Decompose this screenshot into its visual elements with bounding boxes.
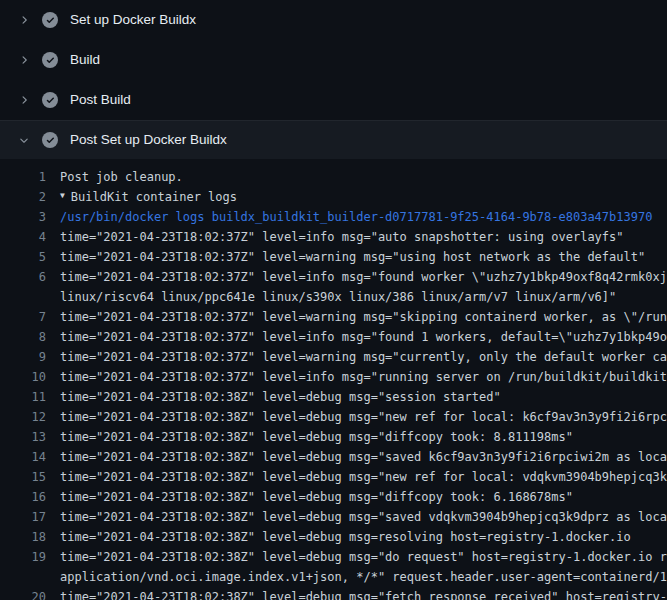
line-number[interactable]: 10 bbox=[0, 367, 46, 387]
step-name: Post Set up Docker Buildx bbox=[70, 132, 227, 148]
line-number[interactable]: 8 bbox=[0, 327, 46, 347]
log-line: 14 ▼ time="2021-04-23T18:02:38Z" level=d… bbox=[0, 447, 667, 467]
line-number[interactable] bbox=[0, 287, 46, 307]
log-line: 10 ▼ time="2021-04-23T18:02:37Z" level=i… bbox=[0, 367, 667, 387]
step-section-post-set-up-docker-buildx[interactable]: Post Set up Docker Buildx bbox=[0, 120, 667, 159]
step-list: Set up Docker Buildx Build Post Buil bbox=[0, 0, 667, 159]
line-number[interactable]: 17 bbox=[0, 507, 46, 527]
log-line-continuation: ▼ linux/riscv64 linux/ppc641e linux/s390… bbox=[0, 287, 667, 307]
line-text: linux/riscv64 linux/ppc641e linux/s390x … bbox=[46, 287, 616, 307]
line-text: time="2021-04-23T18:02:38Z" level=debug … bbox=[46, 407, 667, 427]
line-number[interactable]: 16 bbox=[0, 487, 46, 507]
line-text: time="2021-04-23T18:02:38Z" level=debug … bbox=[46, 487, 573, 507]
step-section-build[interactable]: Build bbox=[0, 40, 667, 80]
log-line-continuation: ▼ application/vnd.oci.image.index.v1+jso… bbox=[0, 567, 667, 587]
line-text: time="2021-04-23T18:02:38Z" level=debug … bbox=[46, 447, 667, 467]
log-line: 3 ▼ /usr/bin/docker logs buildx_buildkit… bbox=[0, 207, 667, 227]
line-number[interactable]: 11 bbox=[0, 387, 46, 407]
chevron-right-icon bbox=[16, 12, 32, 28]
step-log-body: 1 ▼ Post job cleanup. 2 ▼ BuildKit conta… bbox=[0, 159, 667, 600]
line-number[interactable]: 7 bbox=[0, 307, 46, 327]
line-text: time="2021-04-23T18:02:38Z" level=debug … bbox=[46, 507, 667, 527]
line-number[interactable]: 1 bbox=[0, 167, 46, 187]
log-line: 18 ▼ time="2021-04-23T18:02:38Z" level=d… bbox=[0, 527, 667, 547]
line-number[interactable]: 14 bbox=[0, 447, 46, 467]
line-text: application/vnd.oci.image.index.v1+json,… bbox=[46, 567, 667, 587]
line-number[interactable]: 2 bbox=[0, 187, 46, 207]
line-text: time="2021-04-23T18:02:38Z" level=debug … bbox=[46, 387, 501, 407]
line-text: time="2021-04-23T18:02:38Z" level=debug … bbox=[46, 467, 667, 487]
log-line: 5 ▼ time="2021-04-23T18:02:37Z" level=wa… bbox=[0, 247, 667, 267]
log-line: 1 ▼ Post job cleanup. bbox=[0, 167, 667, 187]
check-circle-icon bbox=[42, 132, 58, 148]
step-section-set-up-docker-buildx[interactable]: Set up Docker Buildx bbox=[0, 0, 667, 40]
line-text: time="2021-04-23T18:02:37Z" level=info m… bbox=[46, 227, 624, 247]
line-text: time="2021-04-23T18:02:37Z" level=warnin… bbox=[46, 307, 667, 327]
line-text: time="2021-04-23T18:02:38Z" level=debug … bbox=[46, 427, 573, 447]
line-text: time="2021-04-23T18:02:38Z" level=debug … bbox=[46, 547, 667, 567]
log-line: 2 ▼ BuildKit container logs bbox=[0, 187, 667, 207]
line-text: time="2021-04-23T18:02:37Z" level=info m… bbox=[46, 327, 667, 347]
log-line: 8 ▼ time="2021-04-23T18:02:37Z" level=in… bbox=[0, 327, 667, 347]
log-line: 6 ▼ time="2021-04-23T18:02:37Z" level=in… bbox=[0, 267, 667, 287]
log-line: 9 ▼ time="2021-04-23T18:02:37Z" level=wa… bbox=[0, 347, 667, 367]
line-text: time="2021-04-23T18:02:37Z" level=warnin… bbox=[46, 347, 667, 367]
log-line: 15 ▼ time="2021-04-23T18:02:38Z" level=d… bbox=[0, 467, 667, 487]
line-text: time="2021-04-23T18:02:37Z" level=info m… bbox=[46, 267, 667, 287]
step-section-post-build[interactable]: Post Build bbox=[0, 80, 667, 120]
line-number[interactable]: 20 bbox=[0, 587, 46, 600]
log-line: 7 ▼ time="2021-04-23T18:02:37Z" level=wa… bbox=[0, 307, 667, 327]
line-text: time="2021-04-23T18:02:38Z" level=debug … bbox=[46, 527, 631, 547]
log-line: 19 ▼ time="2021-04-23T18:02:38Z" level=d… bbox=[0, 547, 667, 567]
check-circle-icon bbox=[42, 12, 58, 28]
log-line: 20 ▼ time="2021-04-23T18:02:38Z" level=d… bbox=[0, 587, 667, 600]
line-text: time="2021-04-23T18:02:37Z" level=warnin… bbox=[46, 247, 645, 267]
check-circle-icon bbox=[42, 52, 58, 68]
chevron-right-icon bbox=[16, 132, 32, 148]
line-number[interactable]: 4 bbox=[0, 227, 46, 247]
line-number[interactable]: 3 bbox=[0, 207, 46, 227]
line-number[interactable] bbox=[0, 567, 46, 587]
line-number[interactable]: 12 bbox=[0, 407, 46, 427]
line-text: Post job cleanup. bbox=[46, 167, 183, 187]
chevron-right-icon bbox=[16, 52, 32, 68]
step-name: Build bbox=[70, 52, 100, 68]
log-line: 11 ▼ time="2021-04-23T18:02:38Z" level=d… bbox=[0, 387, 667, 407]
line-number[interactable]: 18 bbox=[0, 527, 46, 547]
triangle-down-icon[interactable]: ▼ bbox=[46, 187, 65, 206]
line-number[interactable]: 6 bbox=[0, 267, 46, 287]
job-log-viewer: Set up Docker Buildx Build Post Buil bbox=[0, 0, 667, 600]
log-line: 13 ▼ time="2021-04-23T18:02:38Z" level=d… bbox=[0, 427, 667, 447]
line-text: time="2021-04-23T18:02:37Z" level=info m… bbox=[46, 367, 667, 387]
log-line: 17 ▼ time="2021-04-23T18:02:38Z" level=d… bbox=[0, 507, 667, 527]
line-text: BuildKit container logs bbox=[57, 187, 237, 207]
line-number[interactable]: 19 bbox=[0, 547, 46, 567]
line-text: /usr/bin/docker logs buildx_buildkit_bui… bbox=[46, 207, 652, 227]
line-number[interactable]: 5 bbox=[0, 247, 46, 267]
step-name: Post Build bbox=[70, 92, 131, 108]
line-number[interactable]: 15 bbox=[0, 467, 46, 487]
log-line: 12 ▼ time="2021-04-23T18:02:38Z" level=d… bbox=[0, 407, 667, 427]
log-line: 4 ▼ time="2021-04-23T18:02:37Z" level=in… bbox=[0, 227, 667, 247]
chevron-right-icon bbox=[16, 92, 32, 108]
line-text: time="2021-04-23T18:02:38Z" level=debug … bbox=[46, 587, 667, 600]
step-name: Set up Docker Buildx bbox=[70, 12, 196, 28]
check-circle-icon bbox=[42, 92, 58, 108]
line-number[interactable]: 13 bbox=[0, 427, 46, 447]
line-number[interactable]: 9 bbox=[0, 347, 46, 367]
log-line: 16 ▼ time="2021-04-23T18:02:38Z" level=d… bbox=[0, 487, 667, 507]
